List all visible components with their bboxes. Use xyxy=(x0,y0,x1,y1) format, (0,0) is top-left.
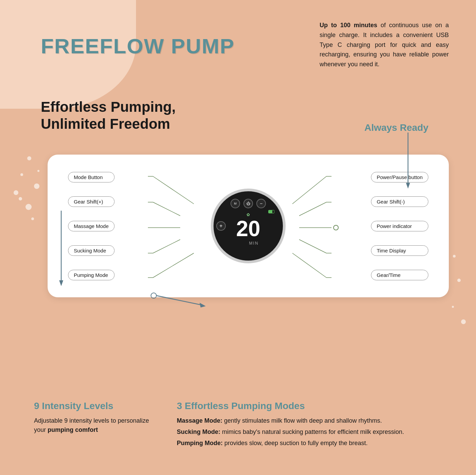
svg-line-21 xyxy=(292,253,326,278)
label-gear-shift-plus: Gear Shift(+) xyxy=(68,196,115,207)
svg-line-8 xyxy=(153,240,180,253)
decoration-dot xyxy=(461,319,466,324)
decoration-dot xyxy=(31,217,34,220)
pumping-label: Pumping Mode: xyxy=(177,440,223,446)
decoration-dot xyxy=(20,173,23,176)
massage-label: Massage Mode: xyxy=(177,417,222,424)
intensity-title: 9 Intensity Levels xyxy=(34,401,150,411)
pump-btn-plus[interactable]: + xyxy=(216,221,226,231)
pumping-mode-text: Pumping Mode: provides slow, deep suctio… xyxy=(177,439,449,448)
always-ready-arrow xyxy=(398,133,418,194)
decoration-dot xyxy=(14,190,18,195)
battery-icon xyxy=(268,210,274,213)
top-right-description: Up to 100 minutes of continuous use on a… xyxy=(320,20,449,69)
svg-line-2 xyxy=(153,176,194,204)
svg-marker-24 xyxy=(59,280,63,286)
pumping-modes-title: 3 Effortless Pumping Modes xyxy=(177,401,449,411)
intensity-bold: pumping comfort xyxy=(48,426,98,433)
label-mode-button: Mode Button xyxy=(68,172,115,182)
decoration-dot xyxy=(37,170,39,172)
pumping-modes-body: Massage Mode: gently stimulates milk flo… xyxy=(177,416,449,448)
pumping-modes-section: 3 Effortless Pumping Modes Massage Mode:… xyxy=(177,401,449,448)
pumping-desc: provides slow, deep suction to fully emp… xyxy=(224,440,368,446)
decoration-dot xyxy=(457,279,461,282)
decoration-dot xyxy=(453,255,456,258)
svg-line-10 xyxy=(153,253,194,278)
svg-point-18 xyxy=(334,225,338,230)
svg-line-4 xyxy=(153,202,180,216)
massage-desc: gently stimulates milk flow with deep an… xyxy=(224,417,382,424)
svg-point-25 xyxy=(151,293,156,298)
page-title: FREEFLOW PUMP xyxy=(41,34,235,58)
bottom-sections: 9 Intensity Levels Adjustable 9 intensit… xyxy=(0,401,476,448)
decoration-dot xyxy=(34,183,39,189)
subtitle-line2: Unlimited Freedom xyxy=(41,116,170,132)
intensity-section: 9 Intensity Levels Adjustable 9 intensit… xyxy=(34,401,150,448)
massage-mode-text: Massage Mode: gently stimulates milk flo… xyxy=(177,416,449,425)
device-diagram: Mode Button Gear Shift(+) Massage Mode S… xyxy=(48,155,449,297)
pump-btn-m[interactable]: M xyxy=(231,199,240,208)
intensity-body: Adjustable 9 intensity levels to persona… xyxy=(34,416,150,435)
svg-marker-27 xyxy=(200,303,206,307)
always-ready-label: Always Ready xyxy=(364,122,428,133)
label-gear-time: Gear/Time xyxy=(371,270,428,280)
decoration-dot xyxy=(19,197,22,200)
sucking-desc: mimics baby's natural sucking patterns f… xyxy=(222,428,404,435)
svg-line-12 xyxy=(292,176,326,204)
subtitle: Effortless Pumping, Unlimited Freedom xyxy=(41,99,176,133)
label-gear-shift-minus: Gear Shift(-) xyxy=(371,196,428,207)
pump-display: ✿ 20 MIN xyxy=(236,212,260,240)
pump-display-unit: MIN xyxy=(249,241,259,246)
sucking-mode-text: Sucking Mode: mimics baby's natural suck… xyxy=(177,427,449,437)
svg-marker-1 xyxy=(406,183,410,189)
subtitle-line1: Effortless Pumping, xyxy=(41,99,176,115)
intro-rest: of continuous use on a single charge. It… xyxy=(320,22,449,68)
svg-line-19 xyxy=(299,240,326,253)
modes-arrow xyxy=(150,292,211,319)
intensity-arrow xyxy=(58,211,85,292)
pump-device: M ⏻ − + ✿ 20 MIN xyxy=(211,189,286,263)
bold-minutes: Up to 100 minutes xyxy=(320,22,377,29)
decoration-dot xyxy=(26,204,32,210)
svg-line-14 xyxy=(299,202,326,216)
pump-btn-minus[interactable]: − xyxy=(256,199,266,208)
svg-line-26 xyxy=(156,296,202,305)
pump-control-buttons: M ⏻ − xyxy=(231,199,266,208)
pump-display-number: 20 xyxy=(236,218,260,240)
decoration-dot xyxy=(452,306,454,308)
label-time-display: Time Display xyxy=(371,245,428,256)
label-power-indicator: Power indicator xyxy=(371,221,428,231)
sucking-label: Sucking Mode: xyxy=(177,428,220,435)
decoration-dot xyxy=(27,156,31,160)
pump-btn-power[interactable]: ⏻ xyxy=(243,199,253,208)
